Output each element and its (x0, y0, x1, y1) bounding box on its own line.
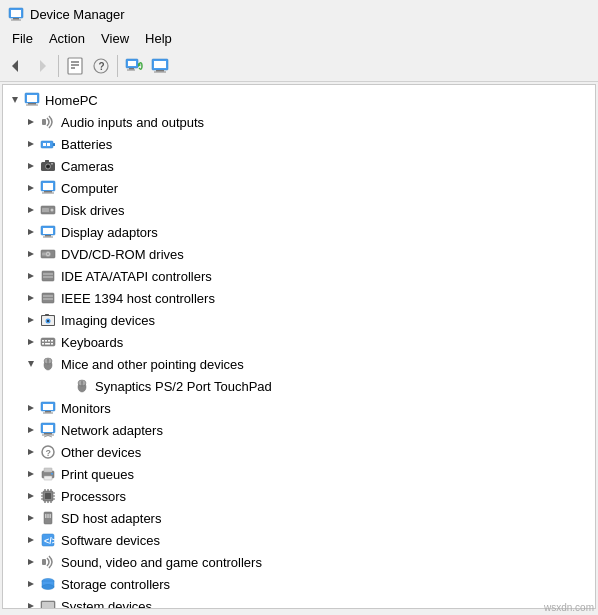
tree-item-processors[interactable]: Processors (3, 485, 595, 507)
expand-other[interactable] (23, 444, 39, 460)
expand-dvd[interactable] (23, 246, 39, 262)
tree-item-ide[interactable]: IDE ATA/ATAPI controllers (3, 265, 595, 287)
display-icon (39, 223, 57, 241)
tree-item-audio[interactable]: Audio inputs and outputs (3, 111, 595, 133)
collapse-homepc[interactable] (7, 92, 23, 108)
expand-print[interactable] (23, 466, 39, 482)
expand-disk[interactable] (23, 202, 39, 218)
tree-item-synaptics[interactable]: Synaptics PS/2 Port TouchPad (3, 375, 595, 397)
other-icon: ? (39, 443, 57, 461)
mice-label: Mice and other pointing devices (61, 357, 244, 372)
expand-network[interactable] (23, 422, 39, 438)
expand-display[interactable] (23, 224, 39, 240)
storage-icon (39, 575, 57, 593)
menu-file[interactable]: File (4, 28, 41, 49)
svg-rect-61 (43, 276, 53, 278)
properties-button[interactable] (63, 54, 87, 78)
tree-item-software[interactable]: </> Software devices (3, 529, 595, 551)
svg-rect-127 (45, 514, 47, 518)
expand-processors[interactable] (23, 488, 39, 504)
monitors-label: Monitors (61, 401, 111, 416)
expand-sound[interactable] (23, 554, 39, 570)
tree-item-homepc[interactable]: HomePC (3, 89, 595, 111)
tree-item-display[interactable]: Display adaptors (3, 221, 595, 243)
tree-item-print[interactable]: Print queues (3, 463, 595, 485)
other-label: Other devices (61, 445, 141, 460)
expand-ieee[interactable] (23, 290, 39, 306)
expand-cameras[interactable] (23, 158, 39, 174)
tree-item-imaging[interactable]: Imaging devices (3, 309, 595, 331)
svg-rect-76 (48, 340, 50, 342)
device-tree-content[interactable]: HomePC Audio inputs and outputs (2, 84, 596, 609)
svg-rect-73 (41, 338, 55, 346)
tree-item-keyboards[interactable]: Keyboards (3, 331, 595, 353)
tree-item-monitors[interactable]: Monitors (3, 397, 595, 419)
svg-rect-3 (11, 20, 21, 21)
svg-rect-78 (42, 343, 44, 345)
svg-rect-141 (42, 602, 54, 609)
tree-item-mice[interactable]: Mice and other pointing devices (3, 353, 595, 375)
tree-item-computer[interactable]: Computer (3, 177, 595, 199)
expand-batteries[interactable] (23, 136, 39, 152)
processors-label: Processors (61, 489, 126, 504)
sd-label: SD host adapters (61, 511, 161, 526)
scan-button[interactable] (122, 54, 146, 78)
cameras-label: Cameras (61, 159, 114, 174)
expand-keyboards[interactable] (23, 334, 39, 350)
svg-rect-13 (128, 61, 136, 66)
svg-rect-112 (45, 493, 51, 499)
help-button[interactable]: ? (89, 54, 113, 78)
tree-item-sound[interactable]: Sound, video and game controllers (3, 551, 595, 573)
svg-rect-77 (51, 340, 53, 342)
back-button[interactable] (4, 54, 28, 78)
tree-item-ieee[interactable]: IEEE 1394 host controllers (3, 287, 595, 309)
expand-computer[interactable] (23, 180, 39, 196)
ieee-icon (39, 289, 57, 307)
expand-storage[interactable] (23, 576, 39, 592)
sd-icon (39, 509, 57, 527)
menu-help[interactable]: Help (137, 28, 180, 49)
toolbar-separator-1 (58, 55, 59, 77)
menu-action[interactable]: Action (41, 28, 93, 49)
svg-rect-129 (50, 514, 52, 518)
svg-marker-5 (40, 60, 46, 72)
monitors-icon (39, 399, 57, 417)
device-manager-button[interactable] (148, 54, 172, 78)
svg-marker-130 (28, 537, 34, 543)
dvd-icon (39, 245, 57, 263)
svg-marker-139 (28, 603, 34, 609)
tree-item-cameras[interactable]: Cameras (3, 155, 595, 177)
expand-audio[interactable] (23, 114, 39, 130)
expand-software[interactable] (23, 532, 39, 548)
tree-item-dvd[interactable]: DVD/CD-ROM drives (3, 243, 595, 265)
svg-rect-128 (47, 514, 49, 518)
ide-icon (39, 267, 57, 285)
computer-icon (39, 179, 57, 197)
mice-icon (39, 355, 57, 373)
tree-item-other[interactable]: ? Other devices (3, 441, 595, 463)
cameras-icon (39, 157, 57, 175)
menu-view[interactable]: View (93, 28, 137, 49)
expand-monitors[interactable] (23, 400, 39, 416)
svg-point-46 (51, 209, 54, 212)
svg-marker-105 (28, 471, 34, 477)
tree-item-disk[interactable]: Disk drives (3, 199, 595, 221)
expand-imaging[interactable] (23, 312, 39, 328)
svg-rect-108 (44, 476, 52, 480)
tree-item-system[interactable]: System devices (3, 595, 595, 609)
svg-marker-66 (28, 317, 34, 323)
tree-item-storage[interactable]: Storage controllers (3, 573, 595, 595)
expand-sd[interactable] (23, 510, 39, 526)
expand-system[interactable] (23, 598, 39, 609)
tree-item-network[interactable]: Network adapters (3, 419, 595, 441)
collapse-mice[interactable] (23, 356, 39, 372)
expand-ide[interactable] (23, 268, 39, 284)
tree-item-sd[interactable]: SD host adapters (3, 507, 595, 529)
svg-rect-65 (43, 298, 53, 300)
forward-button[interactable] (30, 54, 54, 78)
back-icon (6, 56, 26, 76)
svg-marker-48 (28, 229, 34, 235)
homepc-label: HomePC (45, 93, 98, 108)
tree-item-batteries[interactable]: Batteries (3, 133, 595, 155)
svg-rect-24 (28, 103, 36, 105)
